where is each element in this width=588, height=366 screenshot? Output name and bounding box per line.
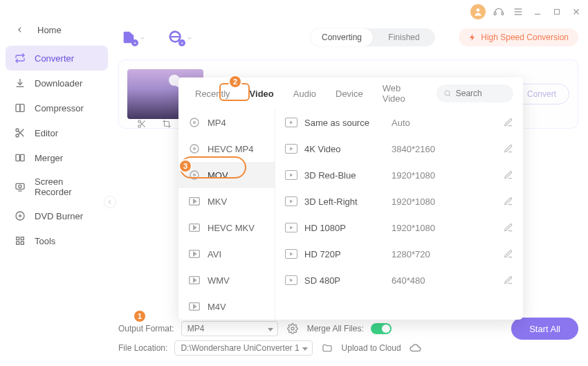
popup-tab-recently[interactable]: Recently bbox=[188, 84, 237, 103]
svg-marker-53 bbox=[290, 200, 293, 203]
sidebar-item-converter[interactable]: Converter bbox=[6, 46, 108, 71]
svg-marker-43 bbox=[194, 226, 196, 229]
output-format-label: Output Format: bbox=[118, 324, 174, 333]
edit-preset-icon[interactable] bbox=[504, 144, 513, 154]
sidebar-item-label: Merger bbox=[35, 153, 63, 163]
plus-badge-icon: + bbox=[178, 39, 185, 46]
scissors-icon bbox=[14, 127, 26, 139]
settings-icon[interactable] bbox=[285, 321, 300, 336]
play-icon bbox=[285, 118, 297, 127]
trim-icon[interactable] bbox=[137, 119, 147, 134]
format-option[interactable]: MKV bbox=[178, 188, 275, 214]
format-option[interactable]: AVI bbox=[178, 241, 275, 267]
resolution-name: SD 480P bbox=[304, 275, 385, 286]
resolution-option[interactable]: 4K Video3840*2160 bbox=[275, 136, 523, 162]
resolution-name: 3D Left-Right bbox=[304, 196, 385, 207]
window-minimize-icon[interactable] bbox=[531, 6, 544, 18]
sidebar-item-tools[interactable]: Tools bbox=[6, 228, 108, 253]
sidebar-collapse-button[interactable] bbox=[104, 196, 116, 208]
start-all-button[interactable]: Start All bbox=[511, 318, 578, 340]
resolution-option[interactable]: Same as sourceAuto bbox=[275, 109, 523, 136]
format-popup: Recently Video Audio Device Web Video MP… bbox=[178, 77, 523, 320]
svg-rect-1 bbox=[494, 12, 496, 15]
resolution-option[interactable]: HD 720P1280*720 bbox=[275, 241, 523, 267]
home-label: Home bbox=[37, 25, 62, 35]
format-label: MOV bbox=[208, 170, 228, 181]
plus-badge-icon: + bbox=[131, 39, 138, 46]
sidebar-item-downloader[interactable]: Downloader bbox=[6, 71, 108, 95]
resolution-name: HD 720P bbox=[304, 249, 385, 259]
svg-point-27 bbox=[138, 120, 141, 123]
edit-preset-icon[interactable] bbox=[504, 249, 513, 259]
resolution-option[interactable]: 3D Red-Blue1920*1080 bbox=[275, 162, 523, 188]
home-link[interactable]: Home bbox=[6, 19, 108, 46]
add-file-button[interactable]: + bbox=[118, 28, 139, 47]
cloud-icon[interactable] bbox=[408, 340, 423, 356]
svg-rect-7 bbox=[555, 10, 560, 15]
format-search[interactable] bbox=[437, 84, 513, 102]
resolution-option[interactable]: 3D Left-Right1920*1080 bbox=[275, 188, 523, 214]
format-option[interactable]: MOV bbox=[178, 162, 275, 188]
resolution-dimensions: 1920*1080 bbox=[392, 170, 497, 181]
edit-preset-icon[interactable] bbox=[504, 118, 513, 127]
converter-icon bbox=[14, 52, 26, 64]
merge-toggle[interactable] bbox=[371, 323, 392, 334]
high-speed-conversion-button[interactable]: High Speed Conversion bbox=[459, 28, 578, 46]
file-location-select[interactable]: D:\Wondershare UniConverter 1 bbox=[174, 340, 312, 356]
output-format-select[interactable]: MP4 bbox=[181, 321, 278, 336]
play-icon bbox=[285, 144, 297, 154]
edit-preset-icon[interactable] bbox=[504, 170, 513, 180]
svg-point-32 bbox=[445, 91, 450, 95]
format-option[interactable]: MP4 bbox=[178, 109, 275, 136]
svg-marker-49 bbox=[194, 304, 196, 308]
window-close-icon[interactable] bbox=[570, 6, 582, 18]
disc-icon bbox=[14, 210, 26, 222]
popup-tab-device[interactable]: Device bbox=[329, 84, 370, 103]
format-option[interactable]: HEVC MP4 bbox=[178, 136, 275, 162]
sidebar-item-label: Editor bbox=[35, 128, 58, 138]
tab-converting[interactable]: Converting bbox=[311, 28, 373, 46]
svg-marker-50 bbox=[290, 121, 293, 125]
popup-tab-video[interactable]: Video bbox=[243, 84, 281, 103]
svg-point-18 bbox=[19, 185, 21, 187]
avatar[interactable] bbox=[470, 4, 486, 19]
popup-tab-audio[interactable]: Audio bbox=[286, 84, 323, 103]
edit-preset-icon[interactable] bbox=[504, 275, 513, 285]
grid-icon bbox=[14, 235, 26, 247]
converting-finished-segment: Converting Finished bbox=[311, 28, 435, 46]
support-icon[interactable] bbox=[493, 6, 505, 18]
resolution-option[interactable]: HD 1080P1920*1080 bbox=[275, 214, 523, 241]
add-url-button[interactable]: + bbox=[165, 28, 186, 47]
format-option[interactable]: WMV bbox=[178, 267, 275, 293]
file-location-value: D:\Wondershare UniConverter 1 bbox=[181, 343, 299, 353]
resolution-dimensions: Auto bbox=[392, 118, 497, 128]
tab-finished[interactable]: Finished bbox=[373, 33, 435, 42]
popup-tab-web-video[interactable]: Web Video bbox=[376, 79, 431, 108]
svg-rect-25 bbox=[21, 241, 24, 244]
svg-marker-51 bbox=[290, 147, 293, 151]
format-icon bbox=[188, 118, 201, 127]
sidebar-item-editor[interactable]: Editor bbox=[6, 120, 108, 145]
lightning-icon bbox=[468, 33, 477, 42]
window-maximize-icon[interactable] bbox=[551, 6, 563, 18]
sidebar-item-screen-recorder[interactable]: Screen Recorder bbox=[6, 170, 108, 203]
svg-rect-24 bbox=[17, 241, 19, 244]
format-option[interactable]: HEVC MKV bbox=[178, 214, 275, 241]
resolution-dimensions: 1920*1080 bbox=[392, 223, 497, 233]
annotation-badge-2: 2 bbox=[228, 75, 242, 89]
svg-marker-41 bbox=[194, 199, 196, 203]
sidebar-item-label: Compressor bbox=[35, 103, 84, 113]
crop-icon[interactable] bbox=[162, 119, 172, 134]
edit-preset-icon[interactable] bbox=[504, 196, 513, 206]
sidebar-item-compressor[interactable]: Compressor bbox=[6, 95, 108, 120]
resolution-option[interactable]: SD 480P640*480 bbox=[275, 267, 523, 293]
sidebar-item-dvd-burner[interactable]: DVD Burner bbox=[6, 203, 108, 228]
search-input[interactable] bbox=[456, 89, 504, 98]
format-icon bbox=[188, 196, 201, 206]
format-option[interactable]: M4V bbox=[178, 293, 275, 320]
open-folder-icon[interactable] bbox=[320, 340, 335, 356]
sidebar-item-merger[interactable]: Merger bbox=[6, 145, 108, 170]
sidebar-item-label: Downloader bbox=[35, 78, 82, 89]
edit-preset-icon[interactable] bbox=[504, 223, 513, 232]
hamburger-menu-icon[interactable] bbox=[512, 6, 524, 18]
